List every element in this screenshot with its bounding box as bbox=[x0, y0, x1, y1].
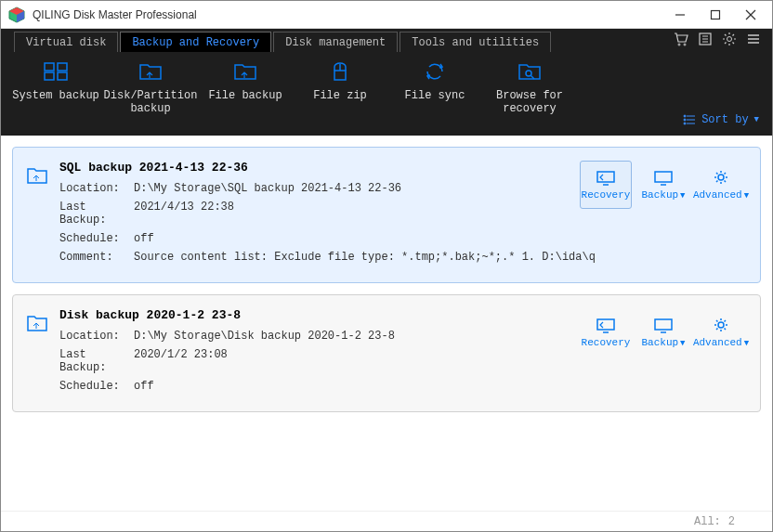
tab-disk-management[interactable]: Disk management bbox=[273, 32, 398, 52]
backup-label: Backup bbox=[641, 337, 678, 348]
svg-rect-33 bbox=[655, 172, 672, 182]
settings-icon[interactable] bbox=[722, 32, 737, 50]
svg-rect-18 bbox=[58, 63, 67, 71]
file-zip-label: File zip bbox=[293, 89, 387, 102]
comment-value: Source content list: Exclude file type: … bbox=[134, 251, 596, 264]
status-bar: All: 2 bbox=[1, 511, 772, 531]
tab-tools-utilities[interactable]: Tools and utilities bbox=[400, 32, 551, 52]
backup-label: Backup bbox=[641, 189, 678, 201]
disk-partition-backup-label: Disk/Partition backup bbox=[103, 89, 198, 115]
location-label: Location: bbox=[59, 330, 134, 343]
browse-recovery-button[interactable]: Browse for recovery bbox=[482, 61, 577, 115]
svg-rect-21 bbox=[334, 71, 346, 80]
system-backup-button[interactable]: System backup bbox=[8, 61, 103, 102]
title-bar: QILING Disk Master Professional bbox=[1, 1, 772, 29]
advanced-button[interactable]: Advanced▼ bbox=[695, 308, 747, 357]
task-card[interactable]: Disk backup 2020-1-2 23-8 Location:D:\My… bbox=[12, 294, 761, 412]
app-logo-icon bbox=[8, 6, 25, 23]
svg-point-29 bbox=[684, 119, 686, 121]
recovery-label: Recovery bbox=[582, 337, 631, 348]
folder-icon bbox=[26, 166, 48, 185]
svg-point-28 bbox=[684, 115, 686, 117]
schedule-value: off bbox=[134, 232, 154, 245]
location-value: D:\My Storage\Disk backup 2020-1-2 23-8 bbox=[134, 330, 395, 343]
window-controls bbox=[662, 2, 768, 28]
chevron-down-icon: ▼ bbox=[754, 115, 759, 124]
status-all-label: All: bbox=[694, 515, 721, 528]
backup-button[interactable]: Backup▼ bbox=[637, 308, 689, 357]
cart-icon[interactable] bbox=[674, 32, 688, 50]
schedule-value: off bbox=[134, 380, 154, 393]
svg-point-30 bbox=[684, 123, 686, 124]
svg-rect-19 bbox=[45, 72, 54, 80]
schedule-label: Schedule: bbox=[59, 232, 134, 245]
menu-icon[interactable] bbox=[746, 32, 761, 50]
chevron-down-icon: ▼ bbox=[680, 191, 685, 201]
svg-point-8 bbox=[684, 44, 686, 45]
last-backup-value: 2021/4/13 22:38 bbox=[134, 201, 234, 227]
location-label: Location: bbox=[59, 182, 134, 195]
schedule-label: Schedule: bbox=[59, 380, 134, 393]
log-icon[interactable] bbox=[698, 32, 713, 50]
last-backup-label: Last Backup: bbox=[59, 201, 134, 227]
advanced-label: Advanced bbox=[693, 189, 742, 201]
last-backup-value: 2020/1/2 23:08 bbox=[134, 348, 228, 374]
svg-rect-4 bbox=[712, 10, 720, 19]
file-backup-label: File backup bbox=[198, 89, 293, 102]
sort-by-button[interactable]: Sort by ▼ bbox=[683, 113, 759, 126]
browse-recovery-label: Browse for recovery bbox=[482, 89, 577, 115]
close-button[interactable] bbox=[733, 2, 768, 28]
folder-icon bbox=[26, 314, 48, 332]
recovery-button[interactable]: Recovery bbox=[580, 161, 632, 209]
chevron-down-icon: ▼ bbox=[680, 339, 685, 348]
status-all-count: 2 bbox=[728, 515, 735, 528]
tab-backup-recovery[interactable]: Backup and Recovery bbox=[120, 32, 271, 52]
svg-point-40 bbox=[718, 322, 724, 328]
file-backup-button[interactable]: File backup bbox=[198, 61, 293, 102]
svg-rect-17 bbox=[45, 63, 54, 71]
svg-point-7 bbox=[678, 44, 680, 45]
advanced-button[interactable]: Advanced▼ bbox=[695, 161, 747, 209]
backup-button[interactable]: Backup▼ bbox=[637, 161, 689, 209]
file-zip-button[interactable]: File zip bbox=[293, 61, 387, 102]
toolbar: System backup Disk/Partition backup File… bbox=[1, 52, 772, 136]
file-sync-label: File sync bbox=[387, 89, 482, 102]
svg-point-35 bbox=[718, 175, 724, 180]
disk-partition-backup-button[interactable]: Disk/Partition backup bbox=[103, 61, 198, 115]
app-title: QILING Disk Master Professional bbox=[29, 8, 662, 21]
system-backup-label: System backup bbox=[8, 89, 103, 102]
recovery-button[interactable]: Recovery bbox=[580, 308, 632, 357]
chevron-down-icon: ▼ bbox=[744, 339, 749, 348]
tab-virtual-disk[interactable]: Virtual disk bbox=[14, 32, 118, 52]
tab-bar: Virtual disk Backup and Recovery Disk ma… bbox=[1, 29, 772, 52]
last-backup-label: Last Backup: bbox=[59, 348, 134, 374]
task-list: SQL backup 2021-4-13 22-36 Location:D:\M… bbox=[1, 136, 772, 511]
advanced-label: Advanced bbox=[693, 337, 742, 348]
sort-by-label: Sort by bbox=[701, 113, 748, 126]
recovery-label: Recovery bbox=[582, 189, 631, 201]
location-value: D:\My Storage\SQL backup 2021-4-13 22-36 bbox=[134, 182, 401, 195]
chevron-down-icon: ▼ bbox=[744, 191, 749, 201]
svg-rect-20 bbox=[58, 72, 67, 80]
file-sync-button[interactable]: File sync bbox=[387, 61, 482, 102]
task-card[interactable]: SQL backup 2021-4-13 22-36 Location:D:\M… bbox=[12, 147, 761, 283]
svg-rect-38 bbox=[655, 319, 672, 330]
comment-label: Comment: bbox=[59, 251, 134, 264]
minimize-button[interactable] bbox=[662, 2, 698, 28]
svg-point-13 bbox=[727, 36, 732, 41]
maximize-button[interactable] bbox=[698, 2, 733, 28]
